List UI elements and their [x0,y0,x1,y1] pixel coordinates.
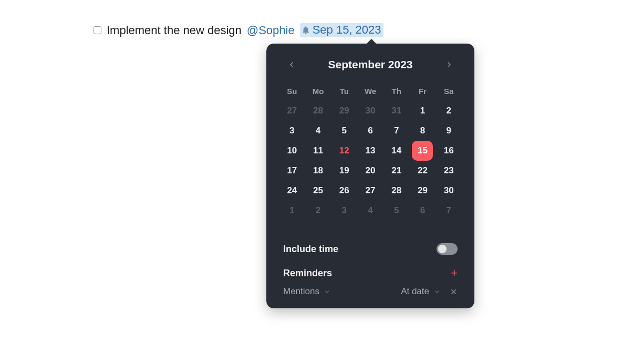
calendar-week-row: 24252627282930 [279,181,462,201]
include-time-label: Include time [283,244,338,255]
weekday-label: Tu [331,81,357,101]
reminders-row: Reminders + [266,255,474,279]
calendar-day[interactable]: 27 [358,181,382,201]
calendar-day[interactable]: 18 [306,161,330,181]
task-date-label: Sep 15, 2023 [313,23,381,37]
calendar-day[interactable]: 4 [358,201,382,221]
weekday-label: Mo [305,81,331,101]
calendar-day[interactable]: 27 [280,101,304,121]
calendar-day[interactable]: 7 [437,201,461,221]
reminders-label: Reminders [283,268,332,279]
weekday-label: Th [383,81,410,101]
month-label: September 2023 [328,58,412,71]
calendar-day[interactable]: 6 [358,121,382,141]
reminder-type-select[interactable]: Mentions [283,286,319,297]
calendar-day[interactable]: 30 [437,181,461,201]
toggle-knob [438,245,447,253]
task-row: Implement the new design @Sophie Sep 15,… [94,23,383,37]
calendar-day[interactable]: 4 [306,121,330,141]
calendar-day[interactable]: 14 [385,141,409,161]
calendar-day[interactable]: 28 [306,101,330,121]
bell-icon [301,25,310,35]
task-text: Implement the new design [107,24,242,37]
calendar-day[interactable]: 5 [332,121,356,141]
calendar-day[interactable]: 11 [306,141,330,161]
calendar-day[interactable]: 21 [385,161,409,181]
next-month-button[interactable] [445,60,453,69]
reminder-item: Mentions At date [266,279,474,302]
calendar-day[interactable]: 6 [411,201,435,221]
calendar-day[interactable]: 7 [385,121,409,141]
calendar-day[interactable]: 10 [280,141,304,161]
calendar-week-row: 3456789 [279,121,462,141]
calendar-day[interactable]: 29 [332,101,356,121]
reminder-timing-select[interactable]: At date [401,286,429,297]
calendar-week-row: 10111213141516 [279,141,462,161]
calendar-day[interactable]: 15 [412,141,433,161]
calendar-week-row: 1234567 [279,201,462,221]
calendar-day[interactable]: 8 [411,121,435,141]
calendar-day[interactable]: 19 [332,161,356,181]
date-picker-popover: September 2023 SuMoTuWeThFrSa 2728293031… [266,44,474,308]
calendar-day[interactable]: 20 [358,161,382,181]
calendar-day[interactable]: 12 [332,141,356,161]
weekday-label: Sa [436,81,462,101]
chevron-down-icon [324,288,330,295]
calendar-day[interactable]: 1 [411,101,435,121]
calendar-day[interactable]: 13 [358,141,382,161]
weekday-label: Fr [410,81,436,101]
calendar-day[interactable]: 23 [437,161,461,181]
chevron-down-icon [433,288,440,295]
task-date-chip[interactable]: Sep 15, 2023 [300,23,383,37]
prev-month-button[interactable] [287,60,296,69]
calendar-day[interactable]: 28 [385,181,409,201]
calendar-day[interactable]: 17 [280,161,304,181]
calendar-day[interactable]: 2 [437,101,461,121]
calendar-header: September 2023 [266,44,474,76]
task-checkbox[interactable] [94,26,101,34]
calendar-day[interactable]: 2 [306,201,330,221]
calendar-day[interactable]: 29 [411,181,435,201]
calendar-day[interactable]: 30 [358,101,382,121]
calendar-day[interactable]: 3 [280,121,304,141]
calendar-day[interactable]: 25 [306,181,330,201]
calendar-day[interactable]: 9 [437,121,461,141]
calendar-week-row: 272829303112 [279,101,462,121]
remove-reminder-button[interactable] [450,288,458,296]
weekday-label: We [357,81,383,101]
calendar-day[interactable]: 5 [385,201,409,221]
calendar-day[interactable]: 1 [280,201,304,221]
task-mention[interactable]: @Sophie [247,24,295,37]
weekday-label: Su [279,81,305,101]
include-time-row: Include time [266,233,474,255]
calendar-day[interactable]: 16 [437,141,461,161]
include-time-toggle[interactable] [437,243,458,255]
weekday-row: SuMoTuWeThFrSa [279,81,462,101]
calendar-day[interactable]: 22 [411,161,435,181]
calendar-day[interactable]: 3 [332,201,356,221]
calendar-day[interactable]: 24 [280,181,304,201]
calendar-week-row: 17181920212223 [279,161,462,181]
calendar-grid: SuMoTuWeThFrSa 2728293031123456789101112… [266,76,474,221]
add-reminder-button[interactable]: + [451,267,458,279]
calendar-day[interactable]: 31 [385,101,409,121]
calendar-day[interactable]: 26 [332,181,356,201]
